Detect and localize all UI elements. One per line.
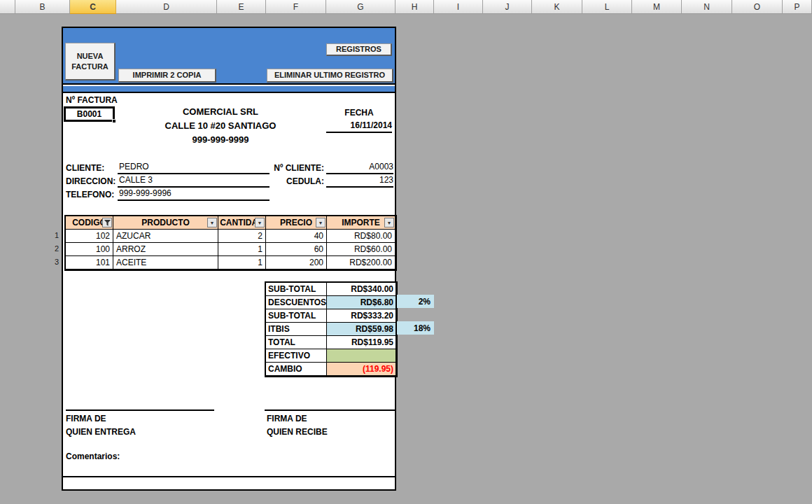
- itbis-percent-cell[interactable]: 18%: [397, 321, 434, 335]
- item-cell-importe[interactable]: RD$80.00: [327, 230, 396, 243]
- summary-label: TOTAL: [266, 336, 327, 349]
- column-header-bar: B C D E F G H I J K L M N O P: [0, 0, 812, 14]
- cedula-label: CEDULA:: [270, 176, 324, 186]
- items-table: CODIGO PRODUCTO ▼ CANTIDAD ▼ PRECIO ▼: [64, 215, 397, 271]
- eliminar-ultimo-registro-button[interactable]: ELIMINAR ULTIMO REGISTRO: [267, 69, 393, 83]
- col-header-n[interactable]: N: [682, 0, 732, 14]
- items-header-codigo-label: CODIGO: [72, 218, 106, 227]
- col-header-i[interactable]: I: [434, 0, 483, 14]
- summary-table: SUB-TOTAL RD$340.00 DESCUENTOS RD$6.80 S…: [265, 281, 398, 377]
- precio-filter-button[interactable]: ▼: [316, 218, 326, 227]
- chevron-down-icon: ▼: [258, 220, 262, 225]
- item-cell-precio[interactable]: 60: [266, 243, 327, 256]
- item-cell-precio[interactable]: 40: [266, 230, 327, 243]
- cliente-label: CLIENTE:: [66, 163, 104, 173]
- chevron-down-icon: ▼: [387, 220, 392, 225]
- producto-filter-button[interactable]: ▼: [207, 218, 217, 227]
- imprimir-copia-button[interactable]: IMPRIMIR 2 COPIA: [118, 69, 216, 83]
- col-header-e[interactable]: E: [217, 0, 266, 14]
- item-cell-codigo[interactable]: 101: [66, 256, 113, 270]
- cantidad-filter-button[interactable]: ▼: [255, 218, 265, 227]
- item-cell-cantidad[interactable]: 2: [218, 230, 266, 243]
- item-cell-codigo[interactable]: 102: [66, 230, 113, 243]
- firma-recibe-line1: FIRMA DE: [267, 412, 328, 426]
- items-header-importe-label: IMPORTE: [342, 218, 380, 227]
- item-cell-producto[interactable]: AZUCAR: [113, 230, 218, 243]
- col-header-j[interactable]: J: [483, 0, 532, 14]
- summary-label: DESCUENTOS: [266, 296, 327, 309]
- col-header-o[interactable]: O: [732, 0, 783, 14]
- firma-entrega-line2: QUIEN ENTREGA: [66, 426, 136, 439]
- company-phone: 999-999-9999: [115, 133, 326, 147]
- summary-label: ITBIS: [266, 323, 327, 336]
- item-cell-importe[interactable]: RD$200.00: [327, 256, 396, 270]
- item-cell-producto[interactable]: ACEITE: [113, 256, 218, 270]
- items-header-cantidad: CANTIDAD ▼: [218, 216, 266, 230]
- summary-value[interactable]: [327, 349, 396, 363]
- item-cell-producto[interactable]: ARROZ: [113, 243, 218, 256]
- col-header-a[interactable]: [0, 0, 15, 14]
- signature-line-entrega: [66, 410, 214, 411]
- summary-label: SUB-TOTAL: [266, 283, 327, 296]
- col-header-m[interactable]: M: [632, 0, 682, 14]
- item-cell-precio[interactable]: 200: [266, 256, 327, 270]
- company-block: COMERCIAL SRL CALLE 10 #20 SANTIAGO 999-…: [115, 105, 326, 147]
- col-header-g[interactable]: G: [326, 0, 396, 14]
- item-row-number: 3: [42, 255, 60, 268]
- numero-factura-cell[interactable]: B0001: [64, 106, 115, 122]
- nueva-factura-button[interactable]: NUEVA FACTURA: [65, 43, 115, 80]
- num-cliente-value[interactable]: A0003: [326, 162, 393, 174]
- item-row-number: 1: [42, 228, 60, 241]
- codigo-filter-button[interactable]: [102, 218, 112, 227]
- summary-value[interactable]: RD$59.98: [327, 323, 396, 336]
- fecha-label: FECHA: [326, 108, 392, 118]
- item-cell-codigo[interactable]: 100: [66, 243, 113, 256]
- col-header-h[interactable]: H: [396, 0, 434, 14]
- fecha-value[interactable]: 16/11/2014: [326, 120, 392, 133]
- telefono-value[interactable]: 999-999-9996: [118, 188, 270, 201]
- col-header-k[interactable]: K: [532, 0, 582, 14]
- num-cliente-label: Nº CLIENTE:: [270, 163, 324, 173]
- summary-value[interactable]: RD$340.00: [327, 283, 396, 296]
- chevron-down-icon: ▼: [318, 220, 323, 225]
- col-header-f[interactable]: F: [266, 0, 326, 14]
- firma-recibe-line2: QUIEN RECIBE: [267, 426, 328, 439]
- cedula-value[interactable]: 123: [326, 175, 393, 188]
- col-header-d[interactable]: D: [116, 0, 217, 14]
- items-header-precio: PRECIO ▼: [266, 216, 327, 230]
- summary-value[interactable]: RD$6.80: [327, 296, 396, 309]
- summary-value[interactable]: RD$119.95: [327, 336, 396, 349]
- firma-entrega-line1: FIRMA DE: [66, 412, 136, 426]
- bottom-divider: [63, 476, 395, 477]
- spreadsheet-stage: B C D E F G H I J K L M N O P NUEVA FACT…: [0, 0, 812, 504]
- invoice-sheet: NUEVA FACTURA IMPRIMIR 2 COPIA REGISTROS…: [62, 27, 396, 491]
- company-address: CALLE 10 #20 SANTIAGO: [115, 119, 326, 133]
- col-header-c-selected[interactable]: C: [70, 0, 116, 14]
- summary-value[interactable]: RD$333.20: [327, 309, 396, 323]
- chevron-down-icon: ▼: [210, 220, 215, 225]
- items-header-precio-label: PRECIO: [280, 218, 312, 227]
- telefono-label: TELEFONO:: [66, 190, 114, 200]
- toolbar-band-strip: [63, 86, 395, 93]
- firma-recibe-block: FIRMA DE QUIEN RECIBE: [267, 412, 328, 439]
- col-header-l[interactable]: L: [582, 0, 632, 14]
- descuento-percent-cell[interactable]: 2%: [397, 295, 434, 308]
- direccion-value[interactable]: CALLE 3: [118, 175, 270, 188]
- items-header-producto: PRODUCTO ▼: [113, 216, 218, 230]
- items-header-importe: IMPORTE ▼: [327, 216, 396, 230]
- registros-button[interactable]: REGISTROS: [326, 43, 392, 56]
- item-cell-cantidad[interactable]: 1: [218, 256, 266, 270]
- items-header-codigo: CODIGO: [66, 216, 113, 230]
- item-cell-importe[interactable]: RD$60.00: [327, 243, 396, 256]
- item-cell-cantidad[interactable]: 1: [218, 243, 266, 256]
- summary-label: EFECTIVO: [266, 349, 327, 363]
- summary-value[interactable]: (119.95): [327, 363, 396, 376]
- cliente-value[interactable]: PEDRO: [118, 162, 270, 174]
- company-name: COMERCIAL SRL: [115, 105, 326, 119]
- col-header-b[interactable]: B: [15, 0, 70, 14]
- col-header-p[interactable]: P: [783, 0, 812, 14]
- summary-label: CAMBIO: [266, 363, 327, 376]
- numero-factura-label: Nº FACTURA: [66, 95, 118, 105]
- importe-filter-button[interactable]: ▼: [384, 218, 394, 227]
- firma-entrega-block: FIRMA DE QUIEN ENTREGA: [66, 412, 136, 439]
